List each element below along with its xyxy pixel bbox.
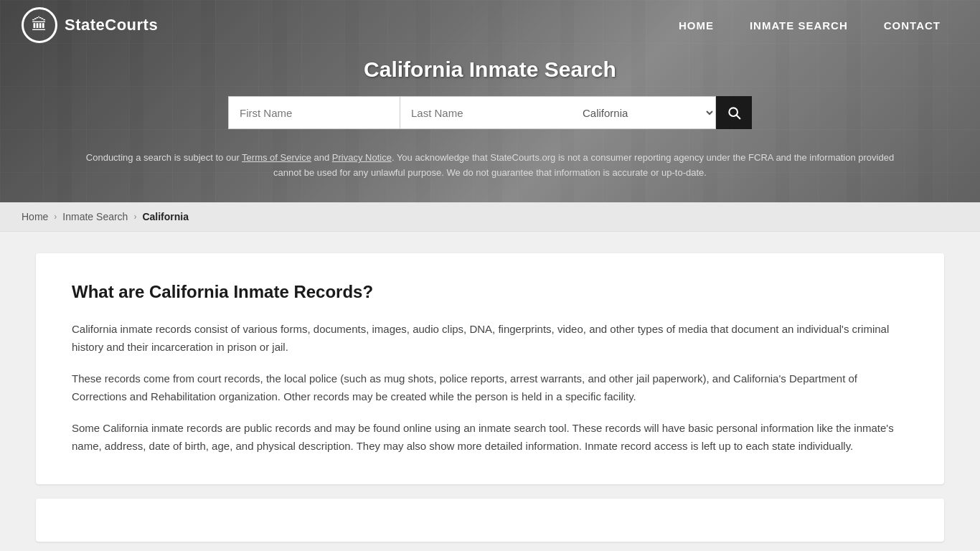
partial-card [36, 499, 944, 542]
svg-line-1 [737, 116, 740, 119]
first-name-input[interactable] [228, 96, 400, 129]
hero-content: California Inmate Search Select State Al… [0, 50, 980, 181]
site-logo[interactable]: 🏛 StateCourts [22, 7, 158, 43]
article-card: What are California Inmate Records? Cali… [36, 253, 944, 484]
privacy-link[interactable]: Privacy Notice [332, 152, 392, 163]
navbar: 🏛 StateCourts HOME INMATE SEARCH CONTACT [0, 0, 980, 50]
breadcrumb-inmate-search[interactable]: Inmate Search [62, 211, 128, 222]
disclaimer-text: Conducting a search is subject to our Te… [22, 143, 958, 181]
logo-icon: 🏛 [22, 7, 57, 43]
article-title: What are California Inmate Records? [72, 282, 908, 302]
hero-section: 🏛 StateCourts HOME INMATE SEARCH CONTACT… [0, 0, 980, 202]
article-paragraph-2: These records come from court records, t… [72, 369, 908, 406]
nav-home[interactable]: HOME [661, 12, 732, 39]
nav-links: HOME INMATE SEARCH CONTACT [661, 12, 958, 39]
breadcrumb: Home › Inmate Search › California [0, 202, 980, 232]
article-paragraph-3: Some California inmate records are publi… [72, 419, 908, 456]
hero-title: California Inmate Search [22, 57, 958, 82]
search-bar: Select State AlabamaAlaskaArizona Arkans… [22, 96, 958, 129]
breadcrumb-sep-2: › [133, 212, 136, 222]
last-name-input[interactable] [400, 96, 573, 129]
tos-link[interactable]: Terms of Service [242, 152, 311, 163]
breadcrumb-current: California [142, 211, 189, 222]
article-paragraph-1: California inmate records consist of var… [72, 320, 908, 357]
state-select[interactable]: Select State AlabamaAlaskaArizona Arkans… [573, 96, 716, 129]
main-content: What are California Inmate Records? Cali… [0, 232, 980, 551]
nav-contact[interactable]: CONTACT [866, 12, 958, 39]
breadcrumb-home[interactable]: Home [22, 211, 48, 222]
nav-inmate-search[interactable]: INMATE SEARCH [732, 12, 866, 39]
breadcrumb-sep-1: › [54, 212, 57, 222]
search-button[interactable] [716, 96, 752, 129]
logo-text: StateCourts [65, 16, 158, 34]
search-icon [727, 105, 741, 120]
